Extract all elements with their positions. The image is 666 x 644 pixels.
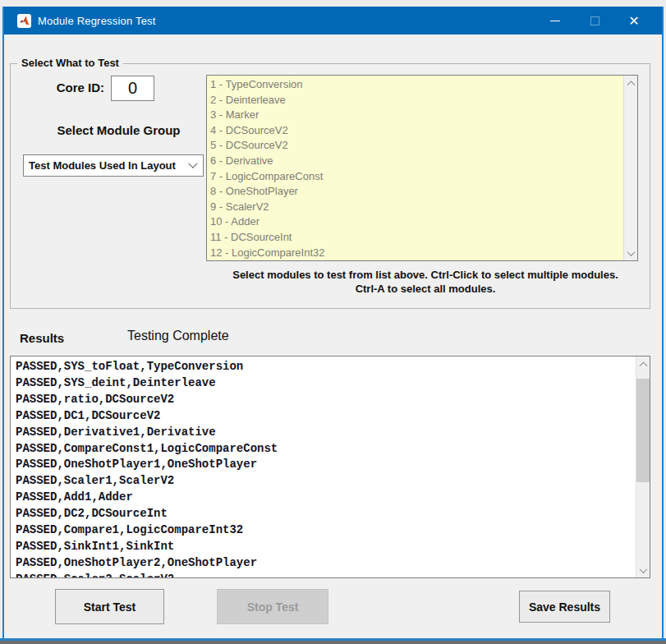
module-listbox[interactable]: 1 - TypeConversion 2 - Deinterleave 3 - … xyxy=(206,75,638,261)
module-select-hint: Select modules to test from list above. … xyxy=(208,268,643,296)
group-legend: Select What to Test xyxy=(17,57,123,69)
scroll-up-icon[interactable] xyxy=(624,76,638,90)
module-list-item[interactable]: 12 - LogicCompareInt32 xyxy=(207,246,623,261)
result-line: PASSED,DC1,DCSourceV2 xyxy=(11,408,636,425)
result-line: PASSED,CompareConst1,LogicCompareConst xyxy=(11,441,636,458)
module-list-item[interactable]: 8 - OneShotPlayer xyxy=(207,184,623,200)
result-line: PASSED,SinkInt1,SinkInt xyxy=(11,539,636,555)
scrollbar-thumb[interactable] xyxy=(636,379,650,482)
dropdown-selected-value: Test Modules Used In Layout xyxy=(29,159,176,172)
result-line: PASSED,OneShotPlayer2,OneShotPlayer xyxy=(11,555,636,572)
results-lines: PASSED,SYS_toFloat,TypeConversion PASSED… xyxy=(11,359,636,578)
minimize-button[interactable] xyxy=(535,7,575,34)
result-line: PASSED,Derivative1,Derivative xyxy=(11,425,636,441)
chevron-down-icon xyxy=(188,159,197,168)
module-list-scrollbar[interactable] xyxy=(623,76,637,260)
result-line: PASSED,ratio,DCSourceV2 xyxy=(11,392,636,408)
start-test-button[interactable]: Start Test xyxy=(55,589,164,624)
scroll-up-icon[interactable] xyxy=(636,356,650,370)
core-id-input[interactable] xyxy=(111,76,154,101)
result-line: PASSED,Scaler2,ScalerV2 xyxy=(11,572,636,578)
close-button[interactable]: ✕ xyxy=(614,7,654,34)
module-list-item[interactable]: 11 - DCSourceInt xyxy=(207,230,623,246)
hint-line-2: Ctrl-A to select all modules. xyxy=(208,282,643,296)
testing-status-text: Testing Complete xyxy=(127,329,229,343)
module-list-item[interactable]: 5 - DCSourceV2 xyxy=(207,138,623,154)
module-list-item[interactable]: 2 - Deinterleave xyxy=(207,93,623,108)
window-title: Module Regression Test xyxy=(38,15,156,27)
hint-line-1: Select modules to test from list above. … xyxy=(208,268,643,282)
result-line: PASSED,OneShotPlayer1,OneShotPlayer xyxy=(11,457,636,473)
module-list-item[interactable]: 4 - DCSourceV2 xyxy=(207,123,623,139)
module-group-label: Select Module Group xyxy=(30,123,207,137)
module-list-item[interactable]: 9 - ScalerV2 xyxy=(207,200,623,215)
module-list-item[interactable]: 1 - TypeConversion xyxy=(207,77,623,93)
result-line: PASSED,SYS_deint,Deinterleave xyxy=(11,375,636,392)
module-list-items: 1 - TypeConversion 2 - Deinterleave 3 - … xyxy=(207,77,623,260)
scroll-down-icon[interactable] xyxy=(624,246,638,260)
matlab-logo-icon xyxy=(17,14,31,28)
maximize-button[interactable] xyxy=(575,7,614,34)
result-line: PASSED,Compare1,LogicCompareInt32 xyxy=(11,522,636,539)
module-group-dropdown[interactable]: Test Modules Used In Layout xyxy=(23,154,204,177)
scroll-down-icon[interactable] xyxy=(636,564,650,577)
select-what-to-test-group: Select What to Test Core ID: Select Modu… xyxy=(10,63,650,309)
core-id-label: Core ID: xyxy=(40,80,104,94)
results-label: Results xyxy=(20,331,64,345)
background-strip xyxy=(0,641,666,644)
module-list-item[interactable]: 10 - Adder xyxy=(207,214,623,230)
minimize-icon xyxy=(550,21,560,21)
titlebar[interactable]: Module Regression Test ✕ xyxy=(4,7,662,34)
module-regression-test-window: Module Regression Test ✕ Select What to … xyxy=(2,7,664,638)
result-line: PASSED,Scaler1,ScalerV2 xyxy=(11,473,636,490)
results-listbox[interactable]: PASSED,SYS_toFloat,TypeConversion PASSED… xyxy=(10,356,650,578)
results-scrollbar[interactable] xyxy=(636,356,650,577)
module-list-item[interactable]: 7 - LogicCompareConst xyxy=(207,169,623,185)
module-list-item[interactable]: 3 - Marker xyxy=(207,108,623,123)
stop-test-button[interactable]: Stop Test xyxy=(217,589,328,624)
maximize-icon xyxy=(590,16,599,25)
result-line: PASSED,DC2,DCSourceInt xyxy=(11,506,636,522)
result-line: PASSED,Add1,Adder xyxy=(11,490,636,506)
result-line: PASSED,SYS_toFloat,TypeConversion xyxy=(11,359,636,375)
module-list-item[interactable]: 6 - Derivative xyxy=(207,154,623,169)
save-results-button[interactable]: Save Results xyxy=(519,591,610,623)
